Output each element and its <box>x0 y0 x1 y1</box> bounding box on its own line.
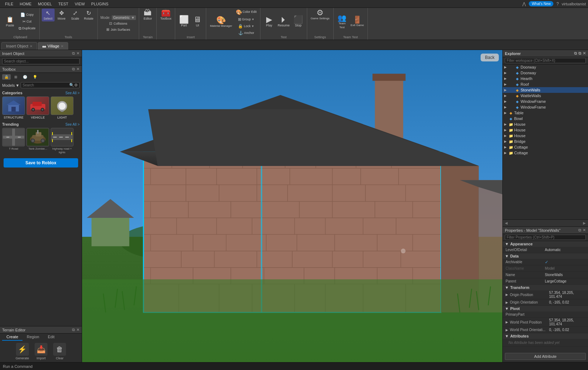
properties-float[interactable]: ⧉ <box>578 228 581 232</box>
tree-item-cottage-2[interactable]: ▶ 📁 Cottage <box>503 150 588 156</box>
exit-game-button[interactable]: 🚪 Exit Game <box>349 15 365 28</box>
category-structure[interactable]: STRUCTURE <box>2 96 25 119</box>
tree-item-table[interactable]: ▶ ◆ Table <box>503 110 588 116</box>
terrain-float[interactable]: ⧉ <box>72 328 75 332</box>
tree-item-bowl[interactable]: ▶ ◆ Bowl <box>503 116 588 121</box>
origin-position-expand[interactable]: ▶ <box>506 293 510 296</box>
part-button[interactable]: ⬜ Part <box>177 15 190 28</box>
insert-object-float[interactable]: ⧉ <box>72 51 75 56</box>
add-attribute-button[interactable]: Add Attribute <box>505 353 586 360</box>
copy-button[interactable]: 📄 Copy <box>17 12 37 18</box>
categories-see-all[interactable]: See All > <box>65 91 80 95</box>
game-settings-button[interactable]: ⚙ Game Settings <box>309 9 331 21</box>
save-to-roblox-button[interactable]: Save to Roblox <box>4 158 78 168</box>
properties-filter-input[interactable] <box>505 235 586 240</box>
tree-item-windowframe-2[interactable]: ▶ ◆ WindowFrame <box>503 104 588 110</box>
tab-insert-object[interactable]: Insert Object ✕ <box>1 42 37 50</box>
terrain-tab-region[interactable]: Region <box>22 334 44 341</box>
tree-item-windowframe-1[interactable]: ▶ ◆ WindowFrame <box>503 99 588 104</box>
duplicate-button[interactable]: ⧉ Duplicate <box>17 25 37 31</box>
tree-item-house-1[interactable]: ▶ 📁 House <box>503 121 588 127</box>
trending-tank-zombie[interactable]: Tank Zombie... <box>26 128 49 154</box>
trending-highway-road[interactable]: highway road + lights <box>51 128 74 154</box>
tab-insert-object-close[interactable]: ✕ <box>30 44 32 48</box>
terrain-tab-create[interactable]: Create <box>2 334 22 341</box>
terrain-tab-edit[interactable]: Edit <box>44 334 59 341</box>
run-command-text[interactable]: Run a Command <box>3 364 32 369</box>
tree-item-hearth[interactable]: ▶ ◆ Hearth <box>503 76 588 81</box>
menu-item-view[interactable]: VIEW <box>72 1 87 7</box>
tree-item-doorway-2[interactable]: ▶ ◆ Doorway <box>503 70 588 76</box>
world-pivot-pos-expand[interactable]: ▶ <box>506 320 510 324</box>
models-search-input[interactable] <box>22 83 69 87</box>
explorer-filter-input[interactable] <box>505 58 586 63</box>
ui-button[interactable]: 🖥 UI <box>191 15 204 28</box>
menu-item-home[interactable]: HOME <box>17 1 34 7</box>
menu-item-file[interactable]: FILE <box>2 1 16 7</box>
tree-nav-left[interactable]: ◀ <box>504 220 508 226</box>
toolbox-button[interactable]: 🧰 Toolbox <box>159 9 173 21</box>
rotate-button[interactable]: ↻ Rotate <box>82 9 95 21</box>
menu-item-test[interactable]: TEST <box>55 1 71 7</box>
category-vehicle[interactable]: VEHICLE <box>26 96 49 119</box>
origin-orientation-expand[interactable]: ▶ <box>506 301 510 304</box>
tree-item-house-3[interactable]: ▶ 📁 House <box>503 133 588 139</box>
filter-icon[interactable]: ⚙ <box>74 83 78 88</box>
models-dropdown[interactable]: Models ▼ <box>2 83 19 88</box>
whats-new-button[interactable]: What's New <box>529 1 553 6</box>
appearance-section-header[interactable]: ▼ Appearance <box>503 241 588 247</box>
tree-item-roof[interactable]: ▶ ◆ Roof <box>503 81 588 87</box>
toolbox-close[interactable]: ✕ <box>76 67 80 71</box>
insert-object-close[interactable]: ✕ <box>76 51 80 56</box>
search-icon[interactable]: 🔍 <box>69 83 74 88</box>
anchor-button[interactable]: ⚓ Anchor <box>234 30 258 36</box>
viewport[interactable]: Back <box>82 50 502 362</box>
help-icon[interactable]: ? <box>556 1 559 6</box>
attributes-section-header[interactable]: ▼ Attributes <box>503 333 588 339</box>
menu-item-model[interactable]: MODEL <box>35 1 55 7</box>
scale-button[interactable]: ⤢ Scale <box>69 9 82 21</box>
terrain-clear-tool[interactable]: 🗑 Clear <box>53 343 66 360</box>
toolbox-tab-clock[interactable]: 🕐 <box>21 74 29 80</box>
category-light[interactable]: LIGHT <box>51 96 74 119</box>
stop-button[interactable]: ⬛ Stop <box>292 15 305 28</box>
move-button[interactable]: ✥ Move <box>55 9 68 21</box>
terrain-import-tool[interactable]: 📥 Import <box>35 343 47 360</box>
terrain-editor-button[interactable]: 🏔 Editor <box>141 9 154 21</box>
group-button[interactable]: ⊞ Group ▼ <box>234 16 258 22</box>
terrain-generate-tool[interactable]: ⚡ Generate <box>16 343 29 360</box>
transform-section-header[interactable]: ▼ Transform <box>503 285 588 290</box>
back-button[interactable]: Back <box>481 54 499 61</box>
pivot-section-header[interactable]: ▼ Pivot <box>503 306 588 311</box>
properties-close[interactable]: ✕ <box>583 228 586 232</box>
tree-item-cottage-1[interactable]: ▶ 📁 Cottage <box>503 144 588 150</box>
color-edit-button[interactable]: 🎨 Color Edit <box>234 9 258 16</box>
tree-item-bridge[interactable]: ▶ 📁 Bridge <box>503 139 588 144</box>
world-pivot-orient-expand[interactable]: ▶ <box>506 328 510 332</box>
collisions-button[interactable]: ⊡ Collisions <box>101 21 136 26</box>
toolbox-tab-lock[interactable]: 🔒 <box>2 74 11 80</box>
terrain-close[interactable]: ✕ <box>76 328 80 332</box>
join-surfaces-button[interactable]: ⊞ Join Surfaces <box>101 27 136 32</box>
play-button[interactable]: ▶ Play <box>263 15 275 28</box>
tree-item-doorway-1[interactable]: ▶ ◆ Doorway <box>503 64 588 70</box>
tree-nav-right[interactable]: ▶ <box>582 220 587 226</box>
mode-select[interactable]: Geometric ▼ <box>112 15 136 20</box>
cut-button[interactable]: ✂ Cut <box>17 19 37 25</box>
toolbox-tab-bulb[interactable]: 💡 <box>31 74 39 80</box>
toolbox-tab-grid[interactable]: ⊞ <box>12 74 19 80</box>
material-manager-button[interactable]: 🎨 Material Manager <box>208 16 233 29</box>
tree-item-stonewalls[interactable]: ▶ ◆ StoneWalls <box>503 87 588 93</box>
paste-button[interactable]: 📋 Paste <box>4 15 16 28</box>
tree-item-wattlewalls[interactable]: ▶ ◆ WattleWalls <box>503 93 588 99</box>
data-section-header[interactable]: ▼ Data <box>503 253 588 259</box>
team-test-button[interactable]: 👥 Team Test <box>336 14 349 30</box>
tab-village-close[interactable]: ✕ <box>61 44 64 48</box>
toolbox-float[interactable]: ⧉ <box>72 67 75 71</box>
explorer-fullscreen[interactable]: ⧉ <box>574 51 577 56</box>
explorer-close[interactable]: ✕ <box>583 51 586 56</box>
tab-village[interactable]: 🏘 Village ✕ <box>38 42 68 50</box>
insert-object-search-input[interactable] <box>2 58 80 64</box>
explorer-float[interactable]: ⧉ <box>578 51 581 56</box>
lock-button[interactable]: 🔒 Lock ▼ <box>234 23 258 29</box>
